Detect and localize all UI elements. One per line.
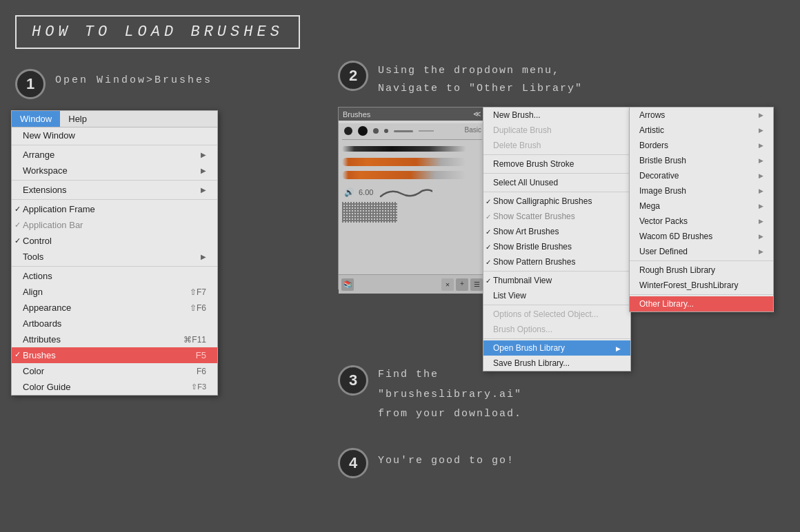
main-title: HOW TO LOAD BRUSHES <box>32 23 283 41</box>
brush-callig-row <box>342 141 482 156</box>
ctx-show-bristle[interactable]: Show Bristle Brushes <box>483 239 630 254</box>
orange-stroke-1 <box>342 158 466 166</box>
title-box: HOW TO LOAD BRUSHES <box>15 15 300 49</box>
lib-image-brush[interactable]: Image Brush <box>630 183 773 198</box>
menu-color[interactable]: ColorF6 <box>12 363 217 379</box>
ctx-show-scatter[interactable]: ✓Show Scatter Brushes <box>483 209 630 224</box>
brush-dash-2 <box>419 130 434 132</box>
menu-color-guide[interactable]: Color Guide⇧F3 <box>12 379 217 395</box>
ctx-thumbnail-view[interactable]: Thumbnail View <box>483 273 630 288</box>
lib-artistic[interactable]: Artistic <box>630 123 773 138</box>
ctx-arrow-icon <box>616 343 621 353</box>
ctx-divider <box>483 305 630 305</box>
new-brush-icon[interactable]: + <box>456 278 468 291</box>
orange-stroke-row1 <box>342 158 482 170</box>
orange-stroke-row2 <box>342 171 482 183</box>
brush-dot-2 <box>358 126 368 136</box>
audio-row: 🔊 6.00 <box>339 184 486 201</box>
context-menu: New Brush... Duplicate Brush Delete Brus… <box>483 107 631 371</box>
menu-attributes[interactable]: Attributes⌘F11 <box>12 331 217 347</box>
ctx-brush-options: Brush Options... <box>483 322 630 337</box>
ctx-open-brush-library[interactable]: Open Brush Library <box>483 340 630 356</box>
panel-collapse-btn[interactable]: ≪ <box>473 110 481 119</box>
menu-control[interactable]: Control <box>12 233 217 249</box>
lib-rough-brush[interactable]: Rough Brush Library <box>630 263 773 278</box>
ctx-select-all-unused[interactable]: Select All Unused <box>483 175 630 190</box>
menu-bar: Window Help <box>12 111 217 127</box>
ctx-duplicate-brush: Duplicate Brush <box>483 123 630 138</box>
menu-brushes[interactable]: ✓Brushes F5 <box>12 347 217 363</box>
ctx-divider <box>483 271 630 272</box>
divider <box>12 180 217 181</box>
step4-text: You're good to go! <box>378 455 514 467</box>
lib-bristle-brush[interactable]: Bristle Brush <box>630 153 773 168</box>
volume-icon: 🔊 <box>344 187 354 198</box>
menu-arrange[interactable]: Arrange▶ <box>12 147 217 163</box>
ctx-divider <box>483 154 630 155</box>
step2-circle: 2 <box>338 61 368 91</box>
brush-dot-3 <box>373 128 379 134</box>
ctx-show-art[interactable]: Show Art Brushes <box>483 224 630 239</box>
window-menu: Window Help New Window Arrange▶ Workspac… <box>11 110 218 396</box>
lib-arrows[interactable]: Arrows <box>630 108 773 123</box>
brush-divider <box>342 139 482 140</box>
pattern-row <box>339 201 486 224</box>
menu-artboards[interactable]: Artboards <box>12 316 217 331</box>
lib-user-defined[interactable]: User Defined <box>630 244 773 259</box>
divider <box>12 199 217 200</box>
divider <box>12 266 217 267</box>
lib-mega[interactable]: Mega <box>630 198 773 214</box>
lib-divider <box>630 294 773 295</box>
ctx-list-view[interactable]: List View <box>483 288 630 303</box>
brush-preview-svg <box>377 187 432 198</box>
step4-circle: 4 <box>338 448 368 478</box>
menu-bar-help[interactable]: Help <box>60 111 95 127</box>
menu-actions[interactable]: Actions <box>12 268 217 284</box>
menu-appearance[interactable]: Appearance⇧F6 <box>12 300 217 316</box>
menu-icon[interactable]: ☰ <box>470 278 483 291</box>
menu-new-window[interactable]: New Window <box>12 127 217 143</box>
panel-controls: ≪ <box>473 110 481 119</box>
menu-tools[interactable]: Tools▶ <box>12 249 217 265</box>
brushes-titlebar: Brushes ≪ <box>339 108 486 121</box>
library-submenu: Arrows Artistic Borders Bristle Brush De… <box>629 107 774 312</box>
ctx-remove-stroke[interactable]: Remove Brush Stroke <box>483 156 630 172</box>
ctx-show-calligraphic[interactable]: Show Calligraphic Brushes <box>483 194 630 209</box>
ctx-save-brush-library[interactable]: Save Brush Library... <box>483 356 630 371</box>
lib-wacom[interactable]: Wacom 6D Brushes <box>630 229 773 244</box>
brush-dash-1 <box>394 130 413 132</box>
menu-app-frame[interactable]: Application Frame <box>12 201 217 217</box>
ctx-show-pattern[interactable]: Show Pattern Brushes <box>483 254 630 269</box>
menu-app-bar[interactable]: ✓Application Bar <box>12 217 217 233</box>
brushes-panel: Brushes ≪ Basic 🔊 6.00 <box>338 107 486 289</box>
menu-align[interactable]: Align⇧F7 <box>12 284 217 300</box>
lib-decorative[interactable]: Decorative <box>630 168 773 183</box>
menu-bar-window[interactable]: Window <box>12 111 60 127</box>
menu-workspace[interactable]: Workspace▶ <box>12 163 217 178</box>
step3-circle: 3 <box>338 365 368 396</box>
ctx-new-brush[interactable]: New Brush... <box>483 108 630 123</box>
lib-other-library[interactable]: Other Library... <box>630 296 773 311</box>
ctx-divider <box>483 173 630 174</box>
brush-row-1 <box>339 123 486 139</box>
ctx-options-selected: Options of Selected Object... <box>483 307 630 322</box>
ctx-divider <box>483 192 630 192</box>
delete-brush-icon[interactable]: ✕ <box>441 278 454 291</box>
pattern-preview <box>342 202 397 223</box>
brushes-panel-title: Brushes <box>343 110 370 119</box>
brushes-content: Basic 🔊 6.00 <box>339 123 486 274</box>
brush-dot-4 <box>384 129 388 133</box>
callig-stroke <box>342 146 466 152</box>
lib-winterforest[interactable]: WinterForest_BrushLibrary <box>630 278 773 293</box>
brush-lib-icon[interactable]: 📚 <box>341 278 354 291</box>
divider <box>12 145 217 145</box>
lib-borders[interactable]: Borders <box>630 138 773 153</box>
step3-text: Find the "brusheslibrary.ai" from your d… <box>378 365 522 424</box>
menu-extensions[interactable]: Extensions▶ <box>12 182 217 198</box>
step2-text: Using the dropdown menu, Navigate to "Ot… <box>378 62 583 97</box>
step1-text: Open Window>Brushes <box>55 74 212 86</box>
brushes-toolbar: 📚 ✕ + ☰ <box>339 274 486 294</box>
step1-circle: 1 <box>15 69 46 99</box>
basic-label: Basic <box>465 126 481 134</box>
lib-vector-packs[interactable]: Vector Packs <box>630 214 773 229</box>
